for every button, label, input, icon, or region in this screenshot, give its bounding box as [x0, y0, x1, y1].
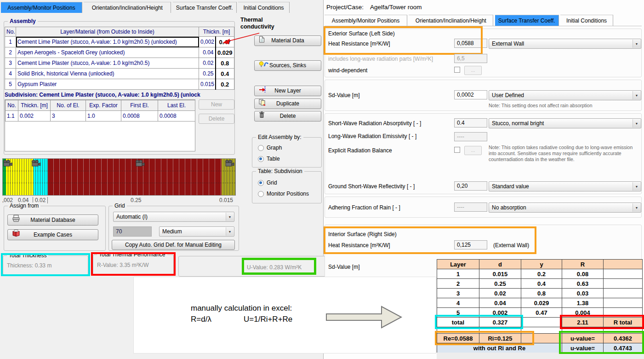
subdivision-new-button[interactable]: New — [199, 99, 234, 110]
tab-assembly-monitor-positions[interactable]: Assembly/Monitor Positions — [1, 2, 82, 13]
material-database-button[interactable]: Material Database — [7, 214, 98, 226]
total-thermal-groupbox: Total Thermal Performance R-Value: 3.35 … — [93, 255, 174, 275]
subdivision-row: 1.1 0.002 3 1.0 0.0008 0.0008 — [6, 111, 195, 122]
radio-grid[interactable] — [258, 180, 264, 186]
assign-from-groupbox: Assign from — [4, 206, 106, 251]
monitor-dash-line — [3, 183, 235, 183]
camera-icon[interactable] — [31, 160, 41, 167]
tab-orientation-inclination-height[interactable]: Orientation/Inclination/Height — [84, 2, 171, 13]
assembly-header-row: No. Layer/Material (from Outside to Insi… — [5, 27, 234, 37]
excel-row: 10.0150.20.08 — [437, 269, 643, 279]
interior-surface-title: Interior Surface (Right Side) — [328, 231, 397, 237]
copy-grid-button[interactable]: Copy Auto. Grid Def. for Manual Editing — [112, 240, 235, 250]
without-ri-re-label: with out Ri and Re — [437, 343, 562, 353]
duplicate-button[interactable]: Duplicate — [254, 98, 321, 109]
assembly-material-cell[interactable]: Solid Brick, historical Vienna (unlocked… — [16, 69, 199, 79]
tab-initial-conditions[interactable]: Initial Conditions — [238, 2, 290, 13]
sd-note: Note: This setting does not affect rain … — [489, 103, 640, 109]
example-cases-button[interactable]: Example Cases — [7, 229, 98, 240]
assembly-col-no: No. — [5, 27, 16, 37]
assembly-material-cell[interactable]: Gypsum Plaster — [16, 79, 199, 90]
radio-grid-label[interactable]: Grid — [267, 180, 277, 186]
excel-row: 50.0020.470.004 — [437, 308, 643, 318]
r-total-label: R total — [604, 318, 643, 327]
erb-more-button[interactable]: ... — [464, 146, 482, 155]
swra-label: Short-Wave Radiation Absorptivity [ - ] — [328, 120, 421, 127]
assembly-col-material: Layer/Material (from Outside to Inside) — [16, 27, 199, 37]
assembly-material-cell[interactable]: Cement Lime Plaster (stucco, A-value: 1.… — [16, 37, 199, 47]
camera-icon[interactable] — [225, 160, 235, 167]
gswr-label: Ground Short-Wave Reflectivity [ - ] — [328, 183, 415, 190]
chevron-down-icon: ▼ — [633, 40, 640, 48]
radio-table[interactable] — [258, 156, 264, 162]
assembly-row: 5 Gypsum Plaster 0.015 0.2 — [5, 79, 234, 90]
heat-resistance-type-dropdown[interactable]: External Wall▼ — [489, 39, 641, 49]
total-thermal-label: Total Thermal Performance — [97, 251, 167, 258]
conductivity-annotation: 0.029 — [216, 47, 234, 58]
wind-dependent-checkbox[interactable] — [454, 67, 460, 73]
excel-margin — [437, 353, 644, 359]
table-subdivision-label: Table: Subdivision — [256, 168, 304, 174]
chevron-down-icon: ▼ — [633, 119, 640, 127]
grid-label: Grid — [113, 203, 127, 209]
right-tab-bar: Assembly/Monitor Positions Orientation/I… — [325, 15, 613, 26]
gswr-field[interactable]: 0,20 — [454, 181, 487, 191]
assembly-group-label: Assembly — [8, 18, 38, 24]
grid-cells-field[interactable]: 70 — [113, 226, 152, 237]
radio-graph-label[interactable]: Graph — [267, 145, 282, 151]
tab-surface-transfer-coeff[interactable]: Surface Transfer Coeff. — [495, 15, 559, 26]
document-icon — [259, 36, 265, 46]
interior-heat-resistance-suffix: (External Wall) — [493, 242, 529, 249]
radio-monitor-positions-label[interactable]: Monitor Positions — [267, 191, 309, 197]
assembly-material-cell[interactable]: Aspen Aerogels - Spaceloft Grey (unlocke… — [16, 47, 199, 58]
heat-resistance-field[interactable]: 0,0588 — [454, 39, 487, 48]
u-value-with: 0.4362 — [604, 334, 643, 343]
subdivision-table-area: No. Thickn. [m] No. of El. Exp. Factor F… — [5, 99, 195, 151]
subdivision-delete-button[interactable]: Delete — [199, 114, 234, 124]
subdivision-title: Subdivision: Cement Lime Plaster (stucco… — [5, 92, 235, 98]
tab-initial-conditions[interactable]: Initial Conditions — [560, 15, 613, 26]
grid-quality-dropdown[interactable]: Medium▼ — [159, 226, 234, 237]
rain-label: Adhering Fraction of Rain [ - ] — [328, 204, 400, 211]
radio-monitor-positions[interactable] — [258, 191, 264, 197]
table-subdivision-groupbox: Table: Subdivision Grid Monitor Position… — [252, 171, 322, 203]
material-data-button[interactable]: Material Data — [254, 35, 321, 46]
project-case-value: Agelfa/Tower room — [370, 4, 422, 11]
database-icon — [12, 215, 20, 226]
camera-icon[interactable] — [3, 160, 13, 167]
wind-more-button[interactable]: ... — [464, 66, 482, 75]
radio-graph[interactable] — [258, 145, 264, 151]
longwave-parts-field: 6,5 — [454, 54, 487, 63]
assembly-material-cell[interactable]: Cement Lime Plaster (stucco, A-value: 1.… — [16, 58, 199, 69]
gswr-type-dropdown[interactable]: Standard value▼ — [489, 181, 641, 191]
sources-sinks-button[interactable]: Sources, Sinks — [254, 60, 321, 71]
delete-button[interactable]: Delete — [254, 111, 321, 122]
radio-table-label[interactable]: Table — [267, 156, 280, 162]
thermal-conductivity-annotation: Thermal conductivity — [240, 17, 274, 30]
swra-type-dropdown[interactable]: Stucco, normal bright▼ — [489, 118, 641, 128]
bulb-faucet-icon — [259, 61, 270, 71]
ri-value: Ri=0.125 — [479, 334, 521, 343]
lwre-label: Long-Wave Radiation Emissivity [ - ] — [328, 133, 416, 139]
interior-heat-resistance-field[interactable]: 0,125 — [454, 240, 487, 249]
subdivision-header-row: No. Thickn. [m] No. of El. Exp. Factor F… — [6, 100, 195, 111]
tab-orientation-inclination-height[interactable]: Orientation/Inclination/Height — [409, 15, 493, 26]
chevron-down-icon: ▼ — [633, 182, 640, 191]
excel-header-row: Layer d y R — [437, 260, 643, 269]
swra-field[interactable]: 0.4 — [454, 118, 487, 127]
excel-note-line1: manually calculation in excel: — [191, 304, 292, 313]
tab-surface-transfer-coeff[interactable]: Surface Transfer Coeff. — [173, 2, 237, 13]
camera-icon[interactable] — [135, 160, 145, 167]
erb-checkbox[interactable] — [454, 147, 460, 153]
assembly-layer-segment[interactable] — [48, 159, 222, 195]
grid-mode-dropdown[interactable]: Automatic (I)▼ — [113, 212, 234, 222]
new-layer-button[interactable]: New Layer — [254, 86, 321, 96]
exterior-surface-title: Exterior Surface (Left Side) — [328, 30, 395, 37]
sd-type-dropdown[interactable]: User Defined▼ — [489, 90, 641, 100]
tab-assembly-monitor-positions[interactable]: Assembly/Monitor Positions — [325, 15, 407, 26]
assembly-graph[interactable] — [2, 158, 236, 196]
rain-field: ---- — [454, 203, 487, 212]
r-value: R-Value: 3.35 m²K/W — [97, 262, 148, 268]
rain-type-dropdown[interactable]: No absorption▼ — [489, 203, 641, 213]
sd-value-field[interactable]: 0,0002 — [454, 90, 487, 99]
